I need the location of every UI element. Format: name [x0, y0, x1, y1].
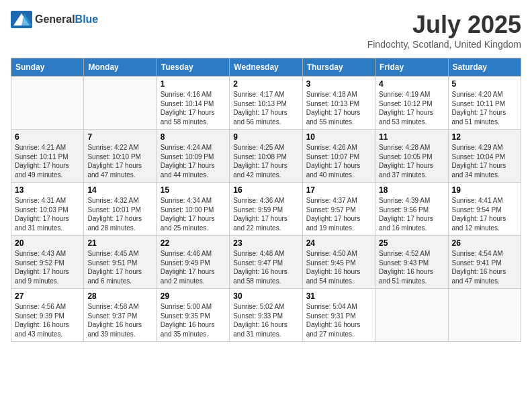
table-row: 7Sunrise: 4:22 AMSunset: 10:10 PMDayligh…	[84, 130, 157, 183]
table-row	[11, 77, 84, 130]
day-number: 13	[15, 185, 80, 195]
subtitle: Findochty, Scotland, United Kingdom	[367, 39, 521, 50]
day-info: Sunrise: 4:48 AMSunset: 9:47 PMDaylight:…	[233, 249, 298, 285]
day-number: 16	[233, 185, 298, 195]
table-row: 23Sunrise: 4:48 AMSunset: 9:47 PMDayligh…	[230, 236, 302, 289]
day-info: Sunrise: 4:43 AMSunset: 9:52 PMDaylight:…	[15, 249, 80, 285]
col-sunday: Sunday	[11, 58, 84, 77]
day-number: 15	[161, 185, 226, 195]
day-info: Sunrise: 4:39 AMSunset: 9:56 PMDaylight:…	[379, 196, 444, 232]
day-info: Sunrise: 4:37 AMSunset: 9:57 PMDaylight:…	[306, 196, 371, 232]
table-row: 4Sunrise: 4:19 AMSunset: 10:12 PMDayligh…	[375, 77, 448, 130]
day-info: Sunrise: 4:31 AMSunset: 10:03 PMDaylight…	[15, 196, 80, 232]
table-row: 31Sunrise: 5:04 AMSunset: 9:31 PMDayligh…	[302, 289, 375, 342]
day-number: 30	[233, 291, 298, 301]
day-info: Sunrise: 4:32 AMSunset: 10:01 PMDaylight…	[87, 196, 152, 232]
day-number: 14	[87, 185, 152, 195]
logo-icon	[11, 11, 32, 28]
logo-blue: Blue	[75, 13, 99, 25]
day-info: Sunrise: 4:50 AMSunset: 9:45 PMDaylight:…	[306, 249, 371, 285]
col-tuesday: Tuesday	[157, 58, 229, 77]
col-friday: Friday	[375, 58, 448, 77]
table-row: 29Sunrise: 5:00 AMSunset: 9:35 PMDayligh…	[157, 289, 229, 342]
table-row: 27Sunrise: 4:56 AMSunset: 9:39 PMDayligh…	[11, 289, 84, 342]
day-number: 2	[233, 79, 298, 89]
table-row: 15Sunrise: 4:34 AMSunset: 10:00 PMDaylig…	[157, 183, 229, 236]
day-info: Sunrise: 4:58 AMSunset: 9:37 PMDaylight:…	[87, 302, 152, 338]
day-number: 7	[87, 132, 152, 142]
table-row: 17Sunrise: 4:37 AMSunset: 9:57 PMDayligh…	[302, 183, 375, 236]
calendar-week-row: 13Sunrise: 4:31 AMSunset: 10:03 PMDaylig…	[11, 183, 521, 236]
table-row: 26Sunrise: 4:54 AMSunset: 9:41 PMDayligh…	[448, 236, 521, 289]
table-row: 25Sunrise: 4:52 AMSunset: 9:43 PMDayligh…	[375, 236, 448, 289]
table-row	[448, 289, 521, 342]
calendar-week-row: 1Sunrise: 4:16 AMSunset: 10:14 PMDayligh…	[11, 77, 521, 130]
table-row: 19Sunrise: 4:41 AMSunset: 9:54 PMDayligh…	[448, 183, 521, 236]
table-row: 24Sunrise: 4:50 AMSunset: 9:45 PMDayligh…	[302, 236, 375, 289]
day-info: Sunrise: 5:04 AMSunset: 9:31 PMDaylight:…	[306, 302, 371, 338]
day-info: Sunrise: 4:45 AMSunset: 9:51 PMDaylight:…	[87, 249, 152, 285]
table-row: 3Sunrise: 4:18 AMSunset: 10:13 PMDayligh…	[302, 77, 375, 130]
calendar-week-row: 20Sunrise: 4:43 AMSunset: 9:52 PMDayligh…	[11, 236, 521, 289]
calendar-week-row: 27Sunrise: 4:56 AMSunset: 9:39 PMDayligh…	[11, 289, 521, 342]
table-row: 8Sunrise: 4:24 AMSunset: 10:09 PMDayligh…	[157, 130, 229, 183]
col-monday: Monday	[84, 58, 157, 77]
table-row: 2Sunrise: 4:17 AMSunset: 10:13 PMDayligh…	[230, 77, 302, 130]
day-info: Sunrise: 4:54 AMSunset: 9:41 PMDaylight:…	[452, 249, 517, 285]
day-info: Sunrise: 4:46 AMSunset: 9:49 PMDaylight:…	[161, 249, 226, 285]
day-info: Sunrise: 4:36 AMSunset: 9:59 PMDaylight:…	[233, 196, 298, 232]
table-row	[84, 77, 157, 130]
day-info: Sunrise: 4:34 AMSunset: 10:00 PMDaylight…	[161, 196, 226, 232]
day-number: 17	[306, 185, 371, 195]
day-info: Sunrise: 5:00 AMSunset: 9:35 PMDaylight:…	[161, 302, 226, 338]
day-number: 23	[233, 238, 298, 248]
day-number: 28	[87, 291, 152, 301]
table-row	[375, 289, 448, 342]
calendar-table: Sunday Monday Tuesday Wednesday Thursday…	[11, 58, 521, 342]
day-number: 3	[306, 79, 371, 89]
day-info: Sunrise: 4:19 AMSunset: 10:12 PMDaylight…	[379, 90, 444, 126]
day-number: 1	[161, 79, 226, 89]
day-info: Sunrise: 4:28 AMSunset: 10:05 PMDaylight…	[379, 143, 444, 179]
day-number: 27	[15, 291, 80, 301]
day-number: 11	[379, 132, 444, 142]
day-number: 10	[306, 132, 371, 142]
table-row: 30Sunrise: 5:02 AMSunset: 9:33 PMDayligh…	[230, 289, 302, 342]
day-info: Sunrise: 4:26 AMSunset: 10:07 PMDaylight…	[306, 143, 371, 179]
table-row: 10Sunrise: 4:26 AMSunset: 10:07 PMDaylig…	[302, 130, 375, 183]
table-row: 22Sunrise: 4:46 AMSunset: 9:49 PMDayligh…	[157, 236, 229, 289]
table-row: 28Sunrise: 4:58 AMSunset: 9:37 PMDayligh…	[84, 289, 157, 342]
day-number: 4	[379, 79, 444, 89]
day-info: Sunrise: 4:17 AMSunset: 10:13 PMDaylight…	[233, 90, 298, 126]
table-row: 20Sunrise: 4:43 AMSunset: 9:52 PMDayligh…	[11, 236, 84, 289]
logo-general: General	[35, 13, 75, 25]
table-row: 18Sunrise: 4:39 AMSunset: 9:56 PMDayligh…	[375, 183, 448, 236]
day-number: 12	[452, 132, 517, 142]
col-saturday: Saturday	[448, 58, 521, 77]
table-row: 5Sunrise: 4:20 AMSunset: 10:11 PMDayligh…	[448, 77, 521, 130]
day-info: Sunrise: 4:24 AMSunset: 10:09 PMDaylight…	[161, 143, 226, 179]
month-title: July 2025	[367, 11, 521, 39]
day-info: Sunrise: 5:02 AMSunset: 9:33 PMDaylight:…	[233, 302, 298, 338]
col-thursday: Thursday	[302, 58, 375, 77]
day-info: Sunrise: 4:29 AMSunset: 10:04 PMDaylight…	[452, 143, 517, 179]
day-number: 24	[306, 238, 371, 248]
day-info: Sunrise: 4:41 AMSunset: 9:54 PMDaylight:…	[452, 196, 517, 232]
page-header: GeneralBlue July 2025 Findochty, Scotlan…	[11, 11, 521, 50]
day-info: Sunrise: 4:25 AMSunset: 10:08 PMDaylight…	[233, 143, 298, 179]
day-info: Sunrise: 4:21 AMSunset: 10:11 PMDaylight…	[15, 143, 80, 179]
table-row: 13Sunrise: 4:31 AMSunset: 10:03 PMDaylig…	[11, 183, 84, 236]
day-number: 9	[233, 132, 298, 142]
day-number: 19	[452, 185, 517, 195]
day-number: 25	[379, 238, 444, 248]
day-number: 8	[161, 132, 226, 142]
day-number: 20	[15, 238, 80, 248]
logo: GeneralBlue	[11, 11, 98, 28]
table-row: 1Sunrise: 4:16 AMSunset: 10:14 PMDayligh…	[157, 77, 229, 130]
table-row: 12Sunrise: 4:29 AMSunset: 10:04 PMDaylig…	[448, 130, 521, 183]
table-row: 6Sunrise: 4:21 AMSunset: 10:11 PMDayligh…	[11, 130, 84, 183]
title-block: July 2025 Findochty, Scotland, United Ki…	[367, 11, 521, 50]
day-number: 18	[379, 185, 444, 195]
day-info: Sunrise: 4:18 AMSunset: 10:13 PMDaylight…	[306, 90, 371, 126]
day-number: 29	[161, 291, 226, 301]
